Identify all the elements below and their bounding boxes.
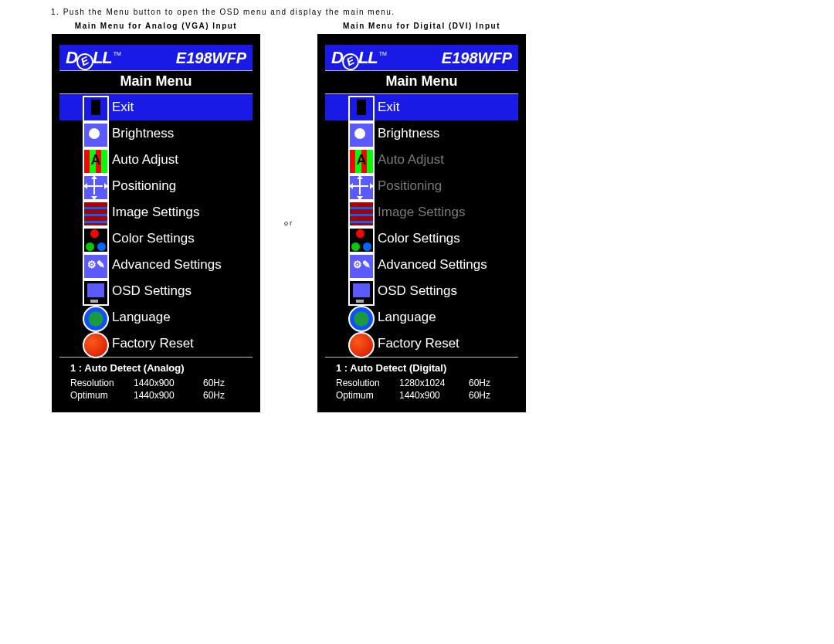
osd-header: DELLTME198WFP bbox=[59, 45, 253, 71]
menu-item-label: Color Settings bbox=[112, 231, 195, 246]
menu-item-label: Positioning bbox=[112, 178, 176, 194]
menu-item-label: Advanced Settings bbox=[112, 257, 222, 273]
menu-item-bright[interactable]: Brightness bbox=[59, 120, 253, 147]
menu-item-reset[interactable]: Factory Reset bbox=[325, 330, 518, 357]
auto-adjust-icon: A bbox=[348, 148, 375, 175]
dell-logo: DELLTM bbox=[331, 48, 387, 69]
advanced-settings-icon: ⚙✎ bbox=[83, 253, 109, 280]
factory-reset-icon bbox=[348, 332, 375, 358]
menu-item-label: Exit bbox=[112, 100, 134, 115]
status-row: Optimum1440x90060Hz bbox=[70, 389, 242, 402]
status-mode: 1 : Auto Detect (Analog) bbox=[70, 362, 242, 374]
menu-item-auto[interactable]: AAuto Adjust bbox=[325, 147, 518, 173]
color-settings-icon bbox=[83, 227, 109, 253]
exit-icon bbox=[348, 96, 375, 122]
menu-item-pos[interactable]: Positioning bbox=[325, 173, 518, 199]
menu-item-label: Color Settings bbox=[378, 231, 460, 246]
menu-item-label: OSD Settings bbox=[112, 283, 192, 299]
osd-header: DELLTME198WFP bbox=[325, 45, 518, 71]
exit-icon bbox=[83, 96, 109, 122]
menu-item-label: Exit bbox=[378, 100, 399, 115]
advanced-settings-icon: ⚙✎ bbox=[348, 253, 375, 280]
osd-comparison-table: Main Menu for Analog (VGA) Input Main Me… bbox=[51, 21, 527, 413]
dell-logo: DELLTM bbox=[66, 48, 121, 69]
menu-item-img[interactable]: Image Settings bbox=[59, 199, 253, 225]
menu-item-lang[interactable]: Language bbox=[59, 304, 253, 330]
menu-item-osd[interactable]: OSD Settings bbox=[325, 278, 518, 304]
menu-item-label: Brightness bbox=[112, 126, 174, 141]
menu-item-color[interactable]: Color Settings bbox=[59, 225, 253, 252]
osd-title: Main Menu bbox=[59, 71, 253, 94]
menu-item-label: Auto Adjust bbox=[112, 152, 178, 168]
menu-item-adv[interactable]: ⚙✎Advanced Settings bbox=[59, 252, 253, 278]
menu-item-bright[interactable]: Brightness bbox=[325, 120, 518, 147]
color-settings-icon bbox=[348, 227, 375, 253]
menu-item-lang[interactable]: Language bbox=[325, 304, 518, 330]
status-table: Resolution1440x90060HzOptimum1440x90060H… bbox=[70, 377, 242, 402]
menu-item-label: Language bbox=[112, 310, 171, 325]
instruction-number: 1. bbox=[51, 8, 59, 16]
osd-settings-icon bbox=[83, 280, 109, 306]
osd-cell-digital: DELLTME198WFPMain MenuExitBrightnessAAut… bbox=[317, 33, 527, 413]
model-number: E198WFP bbox=[442, 49, 512, 67]
status-table: Resolution1280x102460HzOptimum1440x90060… bbox=[336, 377, 507, 402]
language-icon bbox=[348, 306, 375, 332]
osd-title: Main Menu bbox=[325, 71, 518, 94]
brightness-icon bbox=[83, 122, 109, 148]
menu-item-img[interactable]: Image Settings bbox=[325, 199, 518, 225]
menu-list: ExitBrightnessAAuto AdjustPositioningIma… bbox=[59, 94, 253, 357]
osd-settings-icon bbox=[348, 280, 375, 306]
menu-item-label: Factory Reset bbox=[378, 336, 459, 351]
menu-item-osd[interactable]: OSD Settings bbox=[59, 278, 253, 304]
caption-digital: Main Menu for Digital (DVI) Input bbox=[317, 21, 527, 33]
menu-item-reset[interactable]: Factory Reset bbox=[59, 330, 253, 357]
status-block: 1 : Auto Detect (Analog)Resolution1440x9… bbox=[59, 358, 253, 402]
or-separator: or bbox=[261, 33, 317, 413]
image-settings-icon bbox=[348, 201, 375, 227]
status-mode: 1 : Auto Detect (Digital) bbox=[336, 362, 507, 374]
status-row: Resolution1440x90060Hz bbox=[70, 377, 242, 389]
menu-list: ExitBrightnessAAuto AdjustPositioningIma… bbox=[325, 94, 518, 357]
menu-item-label: Language bbox=[378, 310, 436, 325]
menu-item-label: Auto Adjust bbox=[378, 152, 444, 168]
caption-analog: Main Menu for Analog (VGA) Input bbox=[51, 21, 261, 33]
osd-panel: DELLTME198WFPMain MenuExitBrightnessAAut… bbox=[52, 34, 260, 412]
menu-item-label: Image Settings bbox=[112, 205, 199, 220]
menu-item-exit[interactable]: Exit bbox=[325, 94, 518, 120]
menu-item-label: Brightness bbox=[378, 126, 439, 141]
status-block: 1 : Auto Detect (Digital)Resolution1280x… bbox=[325, 358, 518, 402]
model-number: E198WFP bbox=[176, 49, 246, 67]
menu-item-label: Image Settings bbox=[378, 205, 465, 220]
brightness-icon bbox=[348, 122, 375, 148]
menu-item-adv[interactable]: ⚙✎Advanced Settings bbox=[325, 252, 518, 278]
image-settings-icon bbox=[83, 201, 109, 227]
auto-adjust-icon: A bbox=[83, 148, 109, 175]
osd-panel: DELLTME198WFPMain MenuExitBrightnessAAut… bbox=[317, 34, 526, 412]
status-row: Optimum1440x90060Hz bbox=[336, 389, 507, 402]
menu-item-label: Factory Reset bbox=[112, 336, 194, 351]
instruction-text: Push the Menu button to open the OSD men… bbox=[63, 8, 395, 16]
positioning-icon bbox=[348, 175, 375, 201]
status-row: Resolution1280x102460Hz bbox=[336, 377, 507, 389]
osd-cell-analog: DELLTME198WFPMain MenuExitBrightnessAAut… bbox=[51, 33, 261, 413]
menu-item-label: OSD Settings bbox=[378, 283, 457, 299]
menu-item-label: Advanced Settings bbox=[378, 257, 487, 273]
menu-item-exit[interactable]: Exit bbox=[59, 94, 253, 120]
instruction-line: 1. Push the Menu button to open the OSD … bbox=[51, 8, 822, 16]
language-icon bbox=[83, 306, 109, 332]
menu-item-auto[interactable]: AAuto Adjust bbox=[59, 147, 253, 173]
menu-item-color[interactable]: Color Settings bbox=[325, 225, 518, 252]
menu-item-pos[interactable]: Positioning bbox=[59, 173, 253, 199]
menu-item-label: Positioning bbox=[378, 178, 442, 194]
factory-reset-icon bbox=[83, 332, 109, 358]
positioning-icon bbox=[83, 175, 109, 201]
